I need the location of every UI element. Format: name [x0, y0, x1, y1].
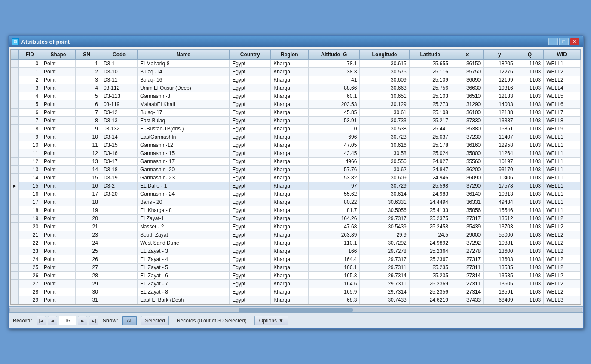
- table-cell: D3-12: [101, 109, 137, 117]
- table-cell: 30.609: [360, 174, 409, 182]
- horizontal-scrollbar-area[interactable]: [9, 306, 583, 312]
- table-cell: 38.3: [308, 68, 360, 76]
- table-row[interactable]: 7Point8D3-13East BulaqEgyptKharga53.9130…: [11, 117, 580, 125]
- table-cell: Egypt: [230, 100, 271, 109]
- table-cell: 1103: [516, 280, 544, 288]
- table-cell: 30.7433: [360, 296, 409, 304]
- col-region[interactable]: Region: [271, 50, 308, 60]
- table-cell: [101, 288, 137, 296]
- table-row[interactable]: 17Point18Baris - 20EgyptKharga80.2230.63…: [11, 198, 580, 206]
- table-cell: 25.037: [409, 133, 451, 141]
- table-cell: Egypt: [230, 231, 271, 239]
- table-cell: 35380: [451, 125, 483, 133]
- col-longitude[interactable]: Longitude: [360, 50, 409, 60]
- table-row[interactable]: 12Point13D3-17GarmashIn- 17EgyptKharga49…: [11, 158, 580, 166]
- table-row[interactable]: ►15Point16D3-2EL Dalie - 1EgyptKharga973…: [11, 182, 580, 190]
- table-cell: Egypt: [230, 264, 271, 272]
- table-row[interactable]: 11Point12D3-16GarmashIn- 15EgyptKharga43…: [11, 149, 580, 158]
- show-selected-button[interactable]: Selected: [141, 316, 169, 325]
- table-row[interactable]: 24Point26EL Zayat - 4EgyptKharga164.429.…: [11, 255, 580, 264]
- nav-next-button[interactable]: ►: [78, 316, 87, 325]
- table-row[interactable]: 22Point24West Sand DuneEgyptKharga110.13…: [11, 239, 580, 247]
- col-altitude[interactable]: Altitude_G: [308, 50, 360, 60]
- col-code[interactable]: Code: [101, 50, 137, 60]
- table-cell: Egypt: [230, 223, 271, 231]
- table-cell: 1103: [516, 68, 544, 76]
- table-cell: Bulaq- 16: [138, 76, 230, 84]
- table-cell: 11: [18, 149, 41, 158]
- options-button[interactable]: Options ▼: [254, 316, 288, 325]
- table-cell: 12133: [484, 92, 516, 100]
- col-x[interactable]: x: [451, 50, 483, 60]
- col-country[interactable]: Country: [230, 50, 271, 60]
- show-all-button[interactable]: All: [122, 316, 137, 325]
- table-cell: [11, 158, 18, 166]
- table-cell: 1103: [516, 182, 544, 190]
- table-cell: D3-1: [101, 60, 137, 68]
- table-cell: Kharga: [271, 215, 308, 223]
- table-row[interactable]: 1Point2D3-10Bulaq -14EgyptKharga38.330.5…: [11, 68, 580, 76]
- table-cell: Baris - 20: [138, 198, 230, 206]
- col-sn[interactable]: SN_: [75, 50, 101, 60]
- table-cell: Point: [41, 117, 76, 125]
- maximize-button[interactable]: □: [559, 38, 569, 46]
- table-cell: EL Zayat - 8: [138, 288, 230, 296]
- table-cell: [101, 206, 137, 215]
- col-latitude[interactable]: Latitude: [409, 50, 451, 60]
- col-shape[interactable]: Shape: [41, 50, 76, 60]
- nav-last-button[interactable]: ►|: [89, 316, 98, 325]
- table-row[interactable]: 28Point30EL Zayat - 8EgyptKharga165.929.…: [11, 288, 580, 296]
- col-q[interactable]: Q: [516, 50, 544, 60]
- col-fid[interactable]: FID: [18, 50, 41, 60]
- table-row[interactable]: 25Point27EL Zayat - 5EgyptKharga166.129.…: [11, 264, 580, 272]
- table-cell: 19: [18, 215, 41, 223]
- table-row[interactable]: 9Point10D3-14EastGarmashInEgyptKharga696…: [11, 133, 580, 141]
- record-number-input[interactable]: [59, 316, 76, 325]
- table-row[interactable]: 0Point1D3-1ELMahariq-8EgyptKharga78.130.…: [11, 60, 580, 68]
- table-cell: 1103: [516, 141, 544, 149]
- table-row[interactable]: 19Point20ELZayat-1EgyptKharga164.2629.73…: [11, 215, 580, 223]
- table-cell: 30.723: [360, 133, 409, 141]
- table-row[interactable]: 4Point5D3-113GarmashIn-3EgyptKharga60.13…: [11, 92, 580, 100]
- col-wid[interactable]: WID: [544, 50, 580, 60]
- col-name[interactable]: Name: [138, 50, 230, 60]
- table-cell: Point: [41, 60, 76, 68]
- table-row[interactable]: 6Point7D3-12Bulaq- 17EgyptKharga45.8530.…: [11, 109, 580, 117]
- table-row[interactable]: 27Point29EL Zayat - 7EgyptKharga164.629.…: [11, 280, 580, 288]
- table-row[interactable]: 2Point3D3-11Bulaq- 16EgyptKharga4130.609…: [11, 76, 580, 84]
- table-row[interactable]: 8Point903-132El-Bustan-1B(obs.)EgyptKhar…: [11, 125, 580, 133]
- horizontal-scrollbar[interactable]: [9, 308, 582, 312]
- table-cell: 28: [18, 288, 41, 296]
- minimize-button[interactable]: —: [548, 38, 558, 46]
- table-row[interactable]: 3Point403-112Umm El Ousur (Deep)EgyptKha…: [11, 84, 580, 92]
- close-button[interactable]: ✕: [570, 38, 579, 46]
- table-row[interactable]: 18Point19EL Kharga - 8EgyptKharga81.730.…: [11, 206, 580, 215]
- table-row[interactable]: 5Point603-119MalaabELKhailEgyptKharga203…: [11, 100, 580, 109]
- col-y[interactable]: y: [484, 50, 516, 60]
- attribute-table-container[interactable]: FID Shape SN_ Code Name Country Region A…: [10, 49, 581, 305]
- table-cell: 35800: [451, 149, 483, 158]
- table-cell: 30.58: [360, 149, 409, 158]
- table-row[interactable]: 14Point15D3-19GarmashIn- 23EgyptKharga53…: [11, 174, 580, 182]
- table-row[interactable]: 23Point25EL Zayat - 3EgyptKharga16629.72…: [11, 247, 580, 255]
- table-row[interactable]: 26Point28EL Zayat - 6EgyptKharga165.329.…: [11, 272, 580, 280]
- table-cell: 36630: [451, 84, 483, 92]
- table-row[interactable]: 20Point21Nasser - 2EgyptKharga47.6830.54…: [11, 223, 580, 231]
- scrollbar-thumb[interactable]: [239, 308, 353, 312]
- nav-first-button[interactable]: |◄: [37, 316, 46, 325]
- table-cell: 15546: [484, 206, 516, 215]
- table-cell: 12: [75, 149, 101, 158]
- table-cell: 1103: [516, 76, 544, 84]
- table-cell: [11, 296, 18, 304]
- table-row[interactable]: 10Point11D3-15GarmashIn-12EgyptKharga47.…: [11, 141, 580, 149]
- table-row[interactable]: 16Point17D3-20GarmashIn- 24EgyptKharga55…: [11, 190, 580, 198]
- table-row[interactable]: 29Point31East El Bark (DoshEgyptKharga68…: [11, 296, 580, 304]
- nav-prev-button[interactable]: ◄: [48, 316, 57, 325]
- table-cell: WELL1: [544, 158, 580, 166]
- table-row[interactable]: 13Point14D3-18GarmashIn- 20EgyptKharga57…: [11, 166, 580, 174]
- table-cell: Kharga: [271, 255, 308, 264]
- table-cell: [11, 166, 18, 174]
- table-row[interactable]: 21Point23South ZayatEgyptKharga263.8929.…: [11, 231, 580, 239]
- table-cell: 24.847: [409, 166, 451, 174]
- table-cell: 5: [75, 92, 101, 100]
